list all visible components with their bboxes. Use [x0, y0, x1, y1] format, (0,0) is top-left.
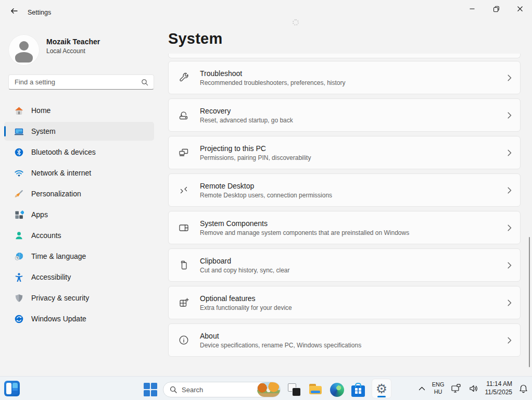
- start-button[interactable]: [144, 383, 157, 396]
- titlebar: Settings: [0, 0, 532, 21]
- network-icon[interactable]: [451, 384, 462, 393]
- chevron-right-icon: [508, 187, 512, 194]
- avatar-head: [19, 41, 29, 51]
- chevron-right-icon: [508, 299, 512, 306]
- sidebar-item-label: Network & internet: [31, 169, 91, 177]
- card-title: Clipboard: [200, 257, 290, 265]
- restore-icon: [493, 6, 500, 12]
- search-highlight-image[interactable]: [257, 382, 280, 397]
- taskbar-tray: ENG HU 11:14 AM 11/5/2025: [419, 377, 528, 400]
- sidebar-item-label: Bluetooth & devices: [31, 148, 96, 156]
- language-switcher[interactable]: ENG HU: [432, 381, 445, 396]
- card-about[interactable]: About Device specifications, rename PC, …: [168, 323, 521, 357]
- settings-app-icon[interactable]: ⚙: [372, 379, 391, 398]
- recovery-icon: [178, 109, 190, 121]
- tray-date: 11/5/2025: [485, 389, 513, 397]
- card-projecting-to-this-pc[interactable]: Projecting to this PC Permissions, pairi…: [168, 136, 521, 169]
- taskbar-search-box[interactable]: Search: [163, 382, 281, 397]
- card-clipboard[interactable]: Clipboard Cut and copy history, sync, cl…: [168, 248, 521, 282]
- card-title: System Components: [200, 219, 409, 228]
- card-title: Projecting to this PC: [200, 144, 311, 153]
- chevron-right-icon: [508, 74, 512, 81]
- file-explorer-icon[interactable]: [308, 382, 323, 397]
- window-controls: [460, 0, 532, 18]
- task-view-icon[interactable]: [286, 382, 302, 397]
- taskbar: Search ⚙: [0, 376, 532, 400]
- tray-time: 11:14 AM: [485, 380, 513, 389]
- sidebar-item-label: Home: [31, 106, 50, 115]
- folder-strip: [311, 391, 320, 393]
- profile-name: Mozaik Teacher: [46, 38, 100, 46]
- sidebar-item-personalization[interactable]: Personalization: [4, 184, 154, 203]
- card-title: Optional features: [200, 294, 292, 303]
- components-icon: [178, 222, 190, 233]
- profile-account-type: Local Account: [46, 47, 85, 55]
- card-optional-features[interactable]: Optional features Extra functionality fo…: [168, 286, 521, 319]
- microsoft-store-icon[interactable]: [350, 382, 366, 397]
- card-subtitle: Cut and copy history, sync, clear: [200, 267, 290, 274]
- sidebar-nav: Home System Bluetooth & devices Network …: [4, 101, 154, 330]
- page-title: System: [168, 30, 222, 47]
- card-subtitle: Remove and manage system components that…: [200, 229, 409, 236]
- widgets-pane-right: [12, 383, 18, 394]
- language-line1: ENG: [432, 381, 445, 389]
- arrow-left-icon: [10, 7, 18, 15]
- sidebar-item-home[interactable]: Home: [4, 101, 154, 120]
- widgets-icon[interactable]: [4, 381, 20, 396]
- find-a-setting-box: [8, 74, 154, 90]
- volume-icon[interactable]: [469, 384, 478, 393]
- content-scrollbar[interactable]: [529, 237, 530, 367]
- wrench-icon: [178, 72, 190, 83]
- widgets-pane-left: [6, 383, 11, 394]
- sidebar-item-privacy-security[interactable]: Privacy & security: [4, 289, 154, 307]
- clock-globe-icon: [14, 251, 24, 261]
- person-icon: [14, 230, 24, 241]
- chevron-right-icon: [508, 112, 512, 119]
- back-button[interactable]: [5, 4, 23, 18]
- restore-button[interactable]: [484, 0, 508, 18]
- sidebar-item-label: Time & language: [31, 252, 86, 260]
- card-recovery[interactable]: Recovery Reset, advanced startup, go bac…: [168, 98, 521, 132]
- start-pane: [151, 390, 157, 396]
- sidebar-item-label: Accounts: [31, 231, 61, 240]
- clipboard-icon: [178, 259, 190, 271]
- task-view-front-window: [293, 388, 300, 396]
- sync-icon: [14, 314, 24, 324]
- window-title: Settings: [28, 9, 51, 16]
- shield-icon: [14, 293, 24, 303]
- accessibility-icon: [14, 272, 24, 282]
- card-title: Remote Desktop: [200, 182, 332, 190]
- avatar-body: [15, 52, 33, 63]
- sidebar-item-network-internet[interactable]: Network & internet: [4, 164, 154, 182]
- card-subtitle: Reset, advanced startup, go back: [200, 117, 293, 124]
- card-subtitle: Permissions, pairing PIN, discoverabilit…: [200, 154, 311, 161]
- card-title: Recovery: [200, 107, 293, 115]
- sidebar-item-windows-update[interactable]: Windows Update: [4, 309, 154, 328]
- sidebar-item-apps[interactable]: Apps: [4, 205, 154, 224]
- minimize-button[interactable]: [460, 0, 484, 18]
- card-system-components[interactable]: System Components Remove and manage syst…: [168, 211, 521, 244]
- sidebar-item-bluetooth-devices[interactable]: Bluetooth & devices: [4, 143, 154, 161]
- card-troubleshoot[interactable]: Troubleshoot Recommended troubleshooters…: [168, 61, 521, 94]
- notifications-bell-icon[interactable]: [519, 384, 528, 393]
- taskbar-center: Search ⚙: [144, 381, 391, 398]
- close-button[interactable]: [508, 0, 532, 18]
- chevron-up-icon[interactable]: [419, 386, 425, 391]
- sidebar-item-time-language[interactable]: Time & language: [4, 247, 154, 266]
- sidebar-item-accessibility[interactable]: Accessibility: [4, 268, 154, 286]
- edge-browser-icon[interactable]: [329, 382, 345, 397]
- sidebar-item-label: Privacy & security: [31, 294, 89, 302]
- store-windows-logo: [355, 388, 361, 394]
- sidebar-item-system[interactable]: System: [4, 122, 154, 141]
- find-a-setting-input[interactable]: [9, 78, 141, 86]
- search-icon: [170, 386, 177, 393]
- previous-card-partial[interactable]: [168, 54, 521, 58]
- grid-plus-icon: [178, 297, 190, 308]
- clock[interactable]: 11:14 AM 11/5/2025: [485, 380, 513, 396]
- card-remote-desktop[interactable]: Remote Desktop Remote Desktop users, con…: [168, 173, 521, 207]
- sidebar-item-accounts[interactable]: Accounts: [4, 226, 154, 245]
- settings-card-list: Troubleshoot Recommended troubleshooters…: [168, 61, 521, 361]
- settings-window: Settings Mozaik Teacher Local Account: [0, 0, 532, 400]
- projecting-icon: [178, 147, 190, 158]
- sidebar-item-label: System: [31, 127, 56, 135]
